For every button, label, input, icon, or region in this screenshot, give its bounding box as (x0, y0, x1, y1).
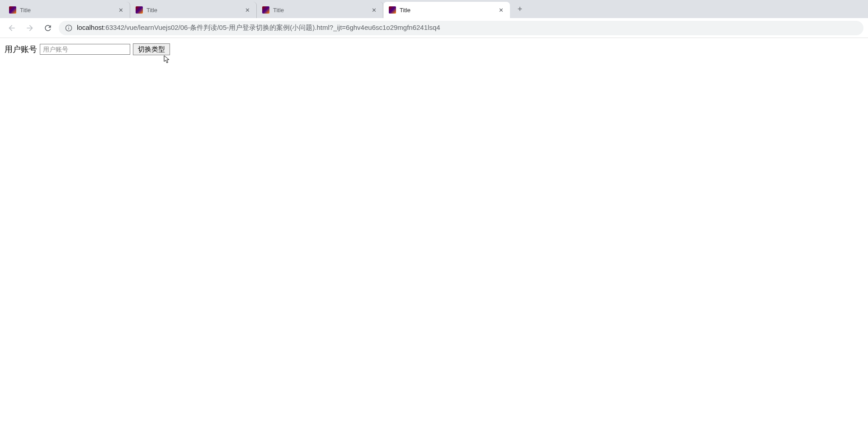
favicon-icon (262, 6, 269, 14)
close-icon[interactable]: ✕ (117, 6, 124, 14)
arrow-right-icon (25, 24, 34, 33)
new-tab-button[interactable]: + (514, 3, 526, 15)
reload-button[interactable] (41, 21, 55, 35)
back-button[interactable] (5, 21, 19, 35)
favicon-icon (9, 6, 16, 14)
browser-tab-1[interactable]: Title ✕ (130, 2, 257, 18)
tab-title: Title (146, 7, 244, 14)
close-icon[interactable]: ✕ (244, 6, 251, 14)
close-icon[interactable]: ✕ (497, 6, 505, 14)
favicon-icon (136, 6, 143, 14)
url-host: localhost (77, 24, 104, 31)
switch-type-button[interactable]: 切换类型 (133, 43, 170, 55)
reload-icon (43, 24, 52, 33)
tab-title: Title (273, 7, 370, 14)
browser-tab-2[interactable]: Title ✕ (257, 2, 383, 18)
tab-title: Title (20, 7, 117, 14)
tab-title: Title (400, 7, 497, 14)
username-label: 用户账号 (5, 44, 37, 55)
username-input[interactable] (40, 44, 130, 55)
close-icon[interactable]: ✕ (370, 6, 377, 14)
url-text: localhost:63342/vue/learnVuejs02/06-条件判读… (77, 24, 440, 32)
url-path: :63342/vue/learnVuejs02/06-条件判读/05-用户登录切… (104, 24, 440, 31)
address-bar[interactable]: localhost:63342/vue/learnVuejs02/06-条件判读… (59, 21, 863, 35)
arrow-left-icon (7, 24, 16, 33)
favicon-icon (389, 6, 396, 14)
browser-tab-3[interactable]: Title ✕ (383, 2, 510, 18)
browser-toolbar: localhost:63342/vue/learnVuejs02/06-条件判读… (0, 18, 868, 38)
site-info-icon[interactable] (65, 24, 72, 32)
browser-tab-0[interactable]: Title ✕ (4, 2, 130, 18)
page-content: 用户账号 切换类型 (0, 38, 868, 61)
forward-button[interactable] (23, 21, 37, 35)
browser-tab-strip: Title ✕ Title ✕ Title ✕ Title ✕ + (0, 0, 868, 18)
